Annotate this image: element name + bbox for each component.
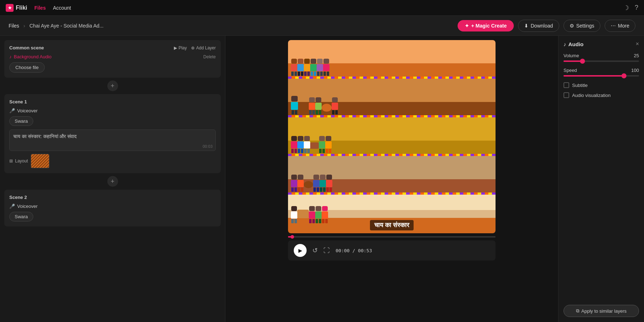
video-row-3 (288, 117, 496, 156)
background-audio-row: ♪ Background Audio Delete (9, 54, 216, 59)
right-panel-header: ♪ Audio × (564, 41, 639, 47)
pixel-char-15 (325, 136, 332, 153)
breadcrumb-separator: › (24, 23, 25, 29)
apply-similar-button[interactable]: ⧉ Apply to similar layers (564, 305, 639, 317)
dark-mode-toggle[interactable]: ☽ (623, 4, 629, 12)
magic-create-button[interactable]: ✦ + Magic Create (458, 20, 514, 31)
fullscreen-button[interactable]: ⛶ (323, 247, 330, 254)
pixel-char-2 (297, 59, 304, 76)
settings-icon: ⚙ (570, 23, 574, 29)
speed-label: Speed (564, 68, 577, 73)
settings-button[interactable]: ⚙ Settings (564, 20, 601, 32)
volume-label: Volume (564, 53, 579, 58)
top-nav: ★ Fliki Files Account ☽ ? (0, 0, 644, 16)
add-layer-button[interactable]: ⊕ Add Layer (191, 45, 216, 50)
speed-slider[interactable] (564, 75, 639, 77)
breadcrumb-current: Chai Aye Aye - Social Media Ad... (29, 23, 103, 29)
speed-thumb[interactable] (621, 73, 626, 78)
pixel-char-20 (326, 175, 332, 192)
apply-similar-label: Apply to similar layers (581, 308, 626, 314)
subtitle-checkbox-row[interactable]: Subtitle (564, 82, 639, 88)
tea-pot (298, 104, 309, 111)
layout-label-group: ⊞ Layout (9, 158, 28, 164)
add-scene-between-button[interactable]: + (107, 80, 118, 91)
pixel-char-9 (315, 97, 322, 114)
nav-account[interactable]: Account (53, 5, 71, 11)
common-scene-card: Common scene ▶ Play ⊕ Add Layer ♪ Backgr… (4, 40, 221, 78)
audio-viz-checkbox-row[interactable]: Audio visualization (564, 92, 639, 98)
background-audio-label-group: ♪ Background Audio (9, 54, 52, 59)
scene2-voice-select[interactable]: Swara (9, 212, 33, 221)
scene1-voice-select[interactable]: Swara (9, 116, 33, 126)
download-icon: ⬇ (524, 23, 528, 29)
nav-files[interactable]: Files (34, 5, 46, 11)
pixel-char-12 (297, 136, 304, 153)
add-scene-after-button[interactable]: + (107, 176, 118, 187)
layout-thumbnail[interactable] (31, 154, 49, 168)
breadcrumb-root[interactable]: Files (9, 23, 19, 29)
audio-viz-checkbox[interactable] (564, 92, 569, 98)
download-button[interactable]: ⬇ Download (518, 20, 559, 32)
scene1-voiceover-label: Voiceover (17, 108, 38, 113)
pixel-char-5 (317, 59, 323, 76)
scene2-title: Scene 2 (9, 195, 27, 200)
help-button[interactable]: ? (635, 4, 638, 11)
volume-thumb[interactable] (580, 59, 585, 64)
app-name: Fliki (16, 5, 27, 11)
logo-icon: ★ (6, 4, 14, 12)
volume-value: 25 (634, 53, 639, 58)
scene2-card: Scene 2 🎤 Voiceover Swara (4, 190, 221, 226)
video-row-4 (288, 156, 496, 195)
progress-thumb[interactable] (291, 235, 294, 239)
delete-audio-button[interactable]: Delete (203, 54, 216, 59)
more-button[interactable]: ⋯ More (605, 20, 635, 32)
play-pause-button[interactable]: ▶ (294, 244, 307, 257)
time-display: 00:00 / 00:53 (336, 248, 372, 253)
breadcrumb-bar: Files › Chai Aye Aye - Social Media Ad..… (0, 16, 644, 36)
pixel-char-6 (323, 59, 330, 76)
scene1-voiceover-row: 🎤 Voiceover (9, 108, 216, 113)
video-subtitle-overlay: चाय का संस्कार (288, 220, 496, 233)
subtitle-checkbox[interactable] (564, 82, 569, 88)
audio-icon: ♪ (564, 41, 566, 47)
progress-bar[interactable] (288, 236, 496, 238)
mic-icon: 🎤 (9, 108, 15, 113)
scene1-text-area[interactable]: चाय का संस्कार: कहानियां और संवाद 00:03 (9, 130, 216, 151)
tea-object (310, 142, 319, 149)
scene2-voiceover-label: Voiceover (17, 204, 38, 209)
close-panel-button[interactable]: × (636, 41, 639, 47)
app-logo: ★ Fliki (6, 4, 27, 12)
video-controls: ▶ ↺ ⛶ 00:00 / 00:53 (288, 240, 496, 260)
pixel-char-16 (291, 175, 297, 192)
add-layer-icon: ⊕ (191, 45, 195, 50)
pixel-char-4 (310, 59, 317, 76)
scene1-card: Scene 1 🎤 Voiceover Swara चाय का संस्कार… (4, 94, 221, 173)
subtitle-label: Subtitle (572, 83, 587, 88)
video-row-1 (288, 40, 496, 79)
scene2-voiceover-row: 🎤 Voiceover (9, 204, 216, 209)
right-panel: ♪ Audio × Volume 25 Speed 100 (558, 36, 644, 322)
download-label: Download (531, 23, 553, 29)
video-row-5: चाय का संस्कार (288, 195, 496, 233)
background-audio-label: Background Audio (14, 54, 52, 59)
volume-slider[interactable] (564, 60, 639, 62)
video-row-2 (288, 79, 496, 117)
speed-setting: Speed 100 (564, 68, 639, 77)
center-panel: चाय का संस्कार ▶ ↺ ⛶ 00:00 / 00:53 (225, 36, 558, 322)
pixel-char-10 (332, 97, 338, 114)
more-icon: ⋯ (611, 23, 616, 29)
pixel-char-17 (297, 175, 304, 192)
choose-file-button[interactable]: Choose file (9, 62, 45, 73)
replay-button[interactable]: ↺ (312, 247, 318, 254)
play-icon: ▶ (174, 45, 177, 50)
pixel-char-13 (304, 136, 310, 153)
video-preview: चाय का संस्कार (288, 40, 496, 233)
volume-setting: Volume 25 (564, 53, 639, 62)
subtitle-text: चाय का संस्कार (370, 220, 414, 230)
pixel-char-1 (291, 59, 297, 76)
layout-label: Layout (15, 158, 28, 164)
tea-cup-4 (297, 210, 309, 218)
play-label: Play (179, 45, 187, 50)
common-scene-play-button[interactable]: ▶ Play (174, 45, 187, 50)
settings-label: Settings (576, 23, 595, 29)
